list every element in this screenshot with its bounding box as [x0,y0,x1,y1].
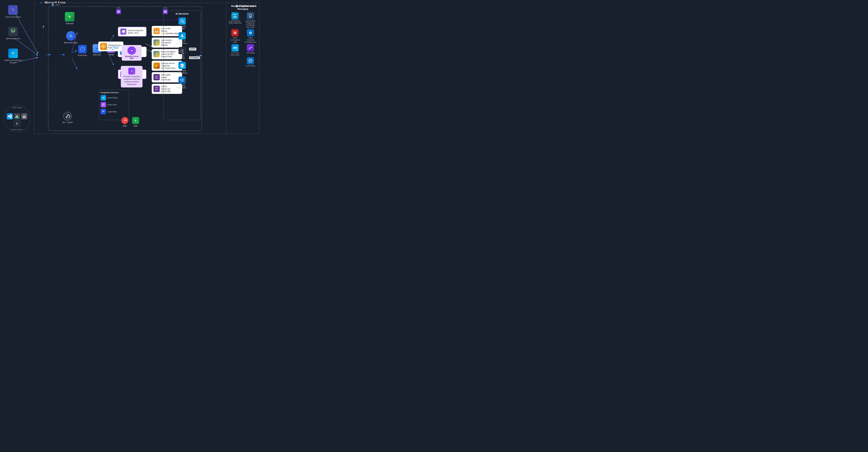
dotnet-icon-1: .NETCore [153,74,160,80]
service-bus-icon [100,95,106,101]
github-copilot-label: GitHub Copilot X [11,129,23,131]
svg-point-23 [96,48,98,49]
polyglot-card: Polyglot Plugins (tool) [98,41,123,51]
svg-rect-71 [235,48,236,48]
aks-label-box: AKS [116,7,121,14]
github-copilot-icon: X [14,120,20,127]
copilot-ms-icon [8,49,18,58]
svg-point-5 [12,29,14,31]
fabric-label: FabricEnterprise Knowledge Base [243,37,258,43]
svg-point-26 [118,11,119,12]
cosmosdb-pg-item: CosmosDB for PostgreSQLEmbeddings (pg_ve… [243,12,258,28]
redis-item: RedisLLM response cache [228,29,242,43]
app-insights-icon [247,44,254,52]
polyglot-icon [100,43,107,50]
redis-icon [231,29,239,36]
azure-monitor-item: Azure Monitor [243,57,258,67]
front-door-box: Front Door [78,45,87,56]
svg-rect-43 [181,34,183,37]
svg-point-64 [233,16,237,18]
cosmosdb-sql-icon [231,12,239,20]
event-hubs-item: Event HubsFlow Control [228,44,242,56]
svg-rect-50 [102,104,103,105]
azure-openai-icon [179,47,186,54]
ai-services-title: AI Services [165,12,198,15]
app-insights-label: App Insights [246,52,255,54]
ai-content-safety-icon [179,62,186,69]
event-hubs-icon [231,44,239,52]
human-loop-label: Human-in-loop Fin. advise - ACS [128,29,144,34]
svg-point-62 [115,45,119,48]
client-teams: T Teams (AI Library) [5,5,21,18]
svg-point-55 [124,120,125,121]
svg-text:T: T [12,8,14,12]
aks-label: AKS [117,7,121,9]
azure-monitor-label: Azure Monitor [246,65,255,67]
service-bus-item: Service Bus [100,95,127,101]
integration-services-box: Integration Services Service Bus [99,90,129,120]
vnet-box: VNET Defender [48,6,202,131]
aro-box: ARO [121,117,128,127]
svg-point-15 [70,34,71,35]
fabric-item: FabricEnterprise Knowledge Base [243,29,258,43]
logic-apps-item: Logic Apps [100,109,127,114]
human-in-loop-card: 💬 Human-in-loop Fin. advise - ACS [118,27,147,36]
svg-point-9 [12,52,14,54]
azure-openai-item: AzureOpenAI [165,46,198,60]
svg-point-39 [131,50,132,51]
vnet-icon [51,3,55,6]
azure-monitor-icon [247,57,254,64]
managed-persistence-panel: Managed Persistence & Messaging CosmosDB… [226,3,259,134]
ai-studio-icon [128,67,135,75]
aro-label: ARO [123,125,127,127]
semantic-kernel-icon [127,47,136,55]
azure-openai-label: AzureOpenAI [179,55,185,59]
ai-search-item: AI Searchfor RaG [165,17,198,31]
inner-loop-label: Inner Loop [12,106,22,109]
iac-icon [63,112,72,120]
dev-icon: 👨‍💻 [14,113,20,119]
ai-search-label: AI Searchfor RaG [178,25,186,30]
vnet-label-container: VNET [50,3,61,6]
inner-loop-circle: Inner Loop 👨‍💻 🤖 X GitHub Copilot X [3,105,30,132]
teams-label: Teams (AI Library) [5,16,21,18]
agentmiyagi-label: agentmiyagi.com [6,37,20,40]
aca-label: ACA [163,7,167,9]
client-copilot-ms: copilot.microsoft.com (Plugin) [2,49,24,64]
cosmosdb-pg-label: CosmosDB for PostgreSQLEmbeddings (pg_ve… [243,20,258,28]
ms-graph-icon [66,31,76,41]
svg-point-48 [102,97,103,98]
front-door-icon [78,45,87,53]
dotnet-icon-2: .NETCore [153,86,160,92]
client-agentmiyagi: agentmiyagi.com [6,27,20,40]
ai-search-icon [179,18,186,25]
integration-title: Integration Services [100,91,127,93]
azureml-label: AzureMLMaaP, MaaS ... [176,84,188,89]
copilot-ms-label: copilot.microsoft.com (Plugin) [2,59,24,64]
azureml-item: AzureMLMaaP, MaaS ... [165,76,198,90]
svg-rect-51 [103,104,104,105]
ai-content-safety-item: AI ContentSafety Studio [165,61,198,75]
event-grid-label: Event Grid [107,104,117,106]
vnet-label: VNET [55,4,60,6]
python-icon-1: 🐍 [153,39,160,46]
event-grid-item: Event Grid [100,102,127,108]
logic-apps-label: Logic Apps [107,111,117,113]
defender-icon [65,12,74,22]
asa-icon [132,117,139,124]
inner-loop-icons: 👨‍💻 🤖 X [4,109,30,129]
semantic-kernel-label: Semantic Kernel SDK [123,55,140,59]
svg-rect-53 [103,105,104,106]
app-insights-item: App Insights [243,44,258,56]
cosmosdb-sql-label: CosmosDB SQLChats, preferences [228,20,242,24]
fabric-icon [247,29,254,36]
front-door-label: Front Door [78,54,87,56]
svg-point-45 [182,50,183,51]
event-hubs-label: Event HubsFlow Control [230,52,239,56]
svg-point-49 [104,97,104,98]
svg-point-74 [251,47,251,48]
svg-rect-72 [236,48,237,48]
svg-point-73 [249,48,250,48]
managed-persistence-title: Managed Persistence & Messaging [228,5,258,10]
svg-point-59 [135,120,136,121]
